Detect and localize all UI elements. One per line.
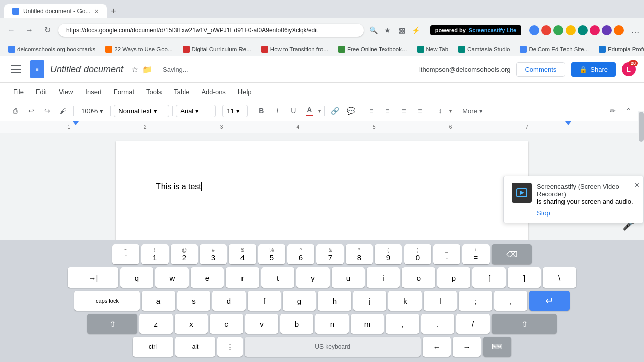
menu-file[interactable]: File (8, 85, 29, 99)
language-key[interactable]: US keyboard (245, 337, 421, 357)
bookmark-item[interactable]: How to Transition fro... (257, 45, 332, 54)
menu-insert[interactable]: Insert (80, 85, 107, 99)
key-o[interactable]: o (402, 267, 435, 288)
key-equals[interactable]: += (462, 244, 490, 264)
paragraph-style-selector[interactable]: Normal text ▾ (114, 105, 169, 117)
line-spacing-chevron-icon[interactable]: ▾ (449, 108, 452, 114)
bookmark-item[interactable]: Camtasia Studio (454, 45, 514, 54)
caps-lock-key[interactable]: caps lock (74, 291, 140, 311)
align-center-button[interactable]: ≡ (380, 104, 394, 118)
italic-button[interactable]: I (270, 104, 284, 118)
key-k[interactable]: k (388, 291, 422, 311)
user-avatar[interactable]: L 28 (622, 62, 636, 76)
key-6[interactable]: ^6 (287, 244, 314, 264)
new-tab-button[interactable]: + (107, 4, 121, 18)
comments-button[interactable]: Comments (516, 62, 565, 77)
key-5[interactable]: %5 (258, 244, 285, 264)
menu-key[interactable]: ⋮ (217, 337, 243, 357)
key-l[interactable]: l (424, 291, 457, 311)
key-bracket-left[interactable]: [ (472, 267, 506, 288)
suggest-edits-button[interactable]: ✏ (606, 104, 620, 118)
reload-button[interactable]: ↻ (40, 23, 54, 37)
document-title[interactable]: Untitled document (50, 64, 123, 75)
menu-edit[interactable]: Edit (31, 85, 52, 99)
key-n[interactable]: n (315, 314, 349, 334)
key-9[interactable]: (9 (375, 244, 402, 264)
key-f[interactable]: f (248, 291, 281, 311)
menu-help[interactable]: Help (233, 85, 257, 99)
insert-comment-button[interactable]: 💬 (344, 104, 358, 118)
key-g[interactable]: g (283, 291, 316, 311)
align-left-button[interactable]: ≡ (364, 104, 378, 118)
color-chevron-icon[interactable]: ▾ (318, 108, 321, 114)
key-comma[interactable]: , (386, 314, 419, 334)
star-icon[interactable]: ☆ (131, 65, 138, 74)
left-shift-key[interactable]: ⇧ (87, 314, 137, 334)
right-margin-marker[interactable] (565, 121, 571, 125)
line-spacing-button[interactable]: ↕ (433, 104, 447, 118)
hamburger-menu-button[interactable] (8, 61, 24, 77)
bookmark-item[interactable]: Free Online Textbook... (334, 45, 411, 54)
alt-key[interactable]: alt (175, 337, 215, 357)
notification-close-button[interactable]: × (635, 180, 639, 190)
key-2[interactable]: @2 (171, 244, 198, 264)
menu-view[interactable]: View (54, 85, 78, 99)
undo-button[interactable]: ↩ (24, 104, 38, 118)
enter-key[interactable]: ↵ (529, 291, 570, 311)
ctrl-key[interactable]: ctrl (133, 337, 173, 357)
forward-button[interactable]: → (22, 23, 36, 37)
font-size-selector[interactable]: 11 ▾ (222, 105, 248, 117)
tab-close-button[interactable]: × (94, 7, 98, 15)
key-4[interactable]: $4 (229, 244, 256, 264)
left-arrow-key[interactable]: ← (423, 337, 451, 357)
collapse-toolbar-button[interactable]: ⌃ (622, 104, 636, 118)
ext-icon-6[interactable] (590, 25, 600, 35)
backspace-key[interactable]: ⌫ (492, 244, 532, 264)
bold-button[interactable]: B (254, 104, 268, 118)
key-i[interactable]: i (367, 267, 400, 288)
key-period[interactable]: . (421, 314, 454, 334)
bookmark-item[interactable]: 22 Ways to Use Goo... (101, 45, 176, 54)
menu-table[interactable]: Table (169, 85, 194, 99)
bookmark-item[interactable]: delcomschools.org bookmarks (4, 45, 99, 54)
bookmark-item[interactable]: Edutopia Professiona... (595, 45, 644, 54)
menu-addons[interactable]: Add-ons (196, 85, 230, 99)
key-z[interactable]: z (139, 314, 173, 334)
underline-button[interactable]: U (286, 104, 300, 118)
key-a[interactable]: a (142, 291, 175, 311)
key-backtick[interactable]: ~` (112, 244, 139, 264)
print-button[interactable]: ⎙ (8, 104, 22, 118)
key-slash[interactable]: / (456, 314, 490, 334)
share-button[interactable]: 🔒 Share (571, 62, 616, 77)
folder-icon[interactable]: 📁 (142, 65, 152, 74)
key-t[interactable]: t (261, 267, 294, 288)
key-m[interactable]: m (351, 314, 384, 334)
menu-tools[interactable]: Tools (141, 85, 167, 99)
extensions-more-button[interactable]: … (631, 25, 640, 35)
key-c[interactable]: c (210, 314, 243, 334)
key-e[interactable]: e (191, 267, 224, 288)
key-d[interactable]: d (212, 291, 246, 311)
key-y[interactable]: y (296, 267, 330, 288)
ext-icon-4[interactable] (566, 25, 576, 35)
key-p[interactable]: p (437, 267, 470, 288)
redo-button[interactable]: ↪ (40, 104, 54, 118)
align-justify-button[interactable]: ≡ (413, 104, 427, 118)
more-toolbar-button[interactable]: More ▾ (458, 105, 487, 117)
ext-icon-7[interactable] (602, 25, 612, 35)
ext-icon-8[interactable] (614, 25, 624, 35)
ext-icon-5[interactable] (578, 25, 588, 35)
menu-format[interactable]: Format (109, 85, 139, 99)
key-b[interactable]: b (280, 314, 313, 334)
ext-icon-1[interactable] (529, 25, 539, 35)
bookmark-item[interactable]: DelCom Ed Tech Site... (516, 45, 593, 54)
font-selector[interactable]: Arial ▾ (176, 105, 216, 117)
right-shift-key[interactable]: ⇧ (492, 314, 557, 334)
key-v[interactable]: v (245, 314, 278, 334)
key-q[interactable]: q (120, 267, 153, 288)
ext-icon-3[interactable] (553, 25, 564, 35)
document-content[interactable]: This is a test (156, 182, 488, 191)
key-w[interactable]: w (155, 267, 189, 288)
key-semicolon[interactable]: ; (459, 291, 492, 311)
bookmark-star-icon[interactable]: ★ (382, 24, 394, 36)
